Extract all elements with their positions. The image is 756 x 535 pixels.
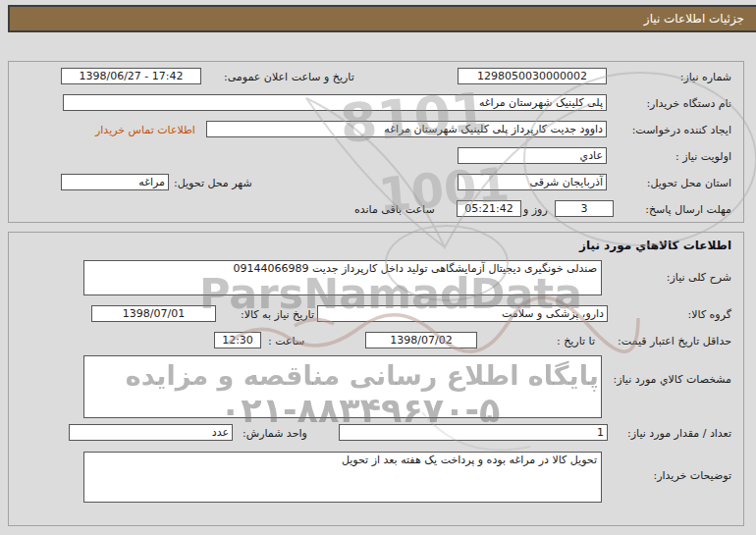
- price-validity-hour-label: ساعت :: [268, 335, 304, 348]
- deadline-time-suffix: ساعت باقی مانده: [354, 203, 435, 216]
- delivery-province-label: استان محل تحویل:: [647, 177, 731, 189]
- unit-field[interactable]: عدد: [69, 424, 233, 441]
- buyer-notes-field[interactable]: تحویل کالا در مراغه بوده و پرداخت یک هفت…: [83, 452, 602, 503]
- price-validity-time-field[interactable]: 12:30: [214, 332, 261, 348]
- delivery-city-field[interactable]: مراغه: [61, 174, 169, 190]
- category-field[interactable]: دارو، پزشکی و سلامت: [317, 305, 608, 322]
- goods-info-panel: اطلاعات کالاهاي مورد نیاز شرح کلی نیاز: …: [8, 232, 744, 526]
- category-label: گروه کالا:: [688, 308, 731, 321]
- priority-field[interactable]: عادي: [458, 147, 607, 164]
- need-details-page: { "header": { "title": "جزئیات اطلاعات ن…: [0, 0, 756, 535]
- general-desc-label: شرح کلی نیاز:: [667, 271, 731, 284]
- request-info-panel: شماره نیاز: 1298050030000002 تاریخ و ساع…: [8, 61, 744, 223]
- buyer-contact-link[interactable]: اطلاعات تماس خریدار: [95, 124, 195, 136]
- need-number-field[interactable]: 1298050030000002: [458, 68, 607, 84]
- price-validity-until-label: تا تاریخ :: [557, 335, 595, 348]
- announce-datetime-label: تاریخ و ساعت اعلان عمومی:: [224, 71, 354, 83]
- buyer-notes-label: توضیحات خریدار:: [654, 469, 732, 482]
- deadline-days-field[interactable]: 3: [555, 200, 614, 217]
- deadline-time-field[interactable]: 05:21:42: [457, 200, 521, 217]
- need-date-label: تاریخ نیاز به کالا:: [241, 308, 314, 321]
- buyer-org-field[interactable]: پلی کلینیک شهرستان مراغه: [63, 94, 607, 111]
- specs-field[interactable]: [83, 355, 602, 418]
- need-number-label: شماره نیاز:: [680, 71, 731, 83]
- page-title: جزئیات اطلاعات نیاز: [644, 12, 744, 26]
- need-date-field[interactable]: 1398/07/01: [91, 305, 216, 322]
- delivery-city-label: شهر محل تحویل:: [174, 177, 252, 189]
- quantity-field[interactable]: 1: [339, 424, 608, 441]
- buyer-org-label: نام دستگاه خریدار:: [646, 97, 731, 110]
- unit-label: واحد شمارش:: [243, 427, 307, 440]
- request-creator-field[interactable]: داوود جدیت کارپرداز پلی کلینیک شهرستان م…: [206, 121, 607, 137]
- quantity-label: تعداد / مقدار مورد نیاز:: [627, 427, 731, 440]
- response-deadline-label: مهلت ارسال پاسخ:: [645, 203, 731, 216]
- announce-datetime-field[interactable]: 1398/06/27 - 17:42: [61, 68, 201, 84]
- page-title-bar: جزئیات اطلاعات نیاز: [8, 5, 756, 32]
- deadline-days-suffix: روز و: [523, 203, 548, 216]
- priority-label: اولویت نیاز :: [675, 150, 731, 163]
- request-creator-label: ایجاد کننده درخواست:: [632, 124, 731, 136]
- goods-section-title: اطلاعات کالاهاي مورد نیاز: [579, 239, 731, 252]
- delivery-province-field[interactable]: آذربایجان شرقی: [458, 174, 607, 190]
- general-desc-field[interactable]: صندلی خونگیری دیجیتال آزمایشگاهی تولید د…: [83, 260, 602, 295]
- price-validity-label: حداقل تاریخ اعتبار قیمت:: [618, 335, 731, 348]
- price-validity-date-field[interactable]: 1398/07/02: [365, 332, 477, 348]
- specs-label: مشخصات کالاي مورد نیاز:: [613, 373, 731, 386]
